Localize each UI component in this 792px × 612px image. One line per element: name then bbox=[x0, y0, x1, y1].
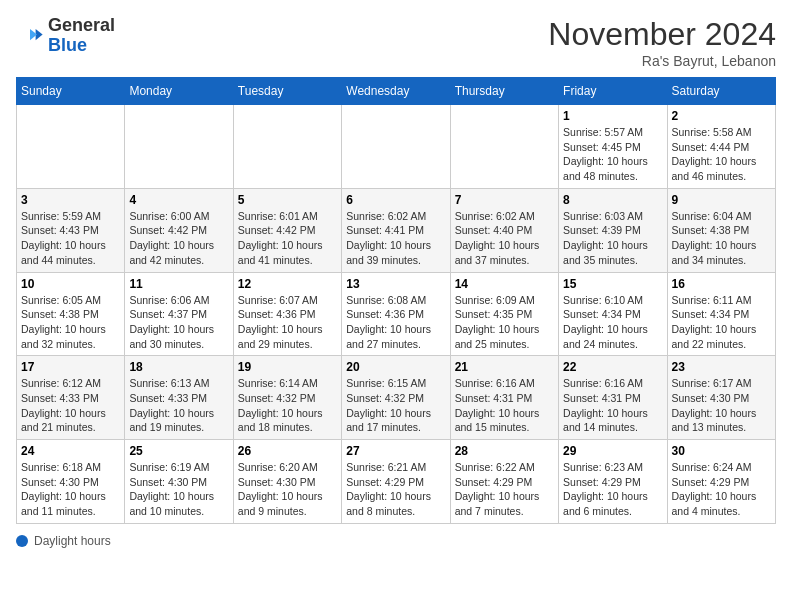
day-number: 10 bbox=[21, 277, 120, 291]
calendar-week-row: 10Sunrise: 6:05 AMSunset: 4:38 PMDayligh… bbox=[17, 272, 776, 356]
day-number: 26 bbox=[238, 444, 337, 458]
day-info: Sunrise: 6:13 AMSunset: 4:33 PMDaylight:… bbox=[129, 376, 228, 435]
day-info: Sunrise: 6:06 AMSunset: 4:37 PMDaylight:… bbox=[129, 293, 228, 352]
location: Ra's Bayrut, Lebanon bbox=[548, 53, 776, 69]
day-info: Sunrise: 6:02 AMSunset: 4:40 PMDaylight:… bbox=[455, 209, 554, 268]
day-info: Sunrise: 6:16 AMSunset: 4:31 PMDaylight:… bbox=[455, 376, 554, 435]
calendar-cell: 5Sunrise: 6:01 AMSunset: 4:42 PMDaylight… bbox=[233, 188, 341, 272]
calendar-cell: 1Sunrise: 5:57 AMSunset: 4:45 PMDaylight… bbox=[559, 105, 667, 189]
calendar-cell: 26Sunrise: 6:20 AMSunset: 4:30 PMDayligh… bbox=[233, 440, 341, 524]
calendar-cell: 29Sunrise: 6:23 AMSunset: 4:29 PMDayligh… bbox=[559, 440, 667, 524]
daylight-dot bbox=[16, 535, 28, 547]
day-number: 2 bbox=[672, 109, 771, 123]
day-number: 13 bbox=[346, 277, 445, 291]
logo: General Blue bbox=[16, 16, 115, 56]
calendar-cell: 16Sunrise: 6:11 AMSunset: 4:34 PMDayligh… bbox=[667, 272, 775, 356]
day-info: Sunrise: 5:59 AMSunset: 4:43 PMDaylight:… bbox=[21, 209, 120, 268]
day-number: 22 bbox=[563, 360, 662, 374]
day-info: Sunrise: 6:20 AMSunset: 4:30 PMDaylight:… bbox=[238, 460, 337, 519]
calendar-cell: 19Sunrise: 6:14 AMSunset: 4:32 PMDayligh… bbox=[233, 356, 341, 440]
calendar-header-row: SundayMondayTuesdayWednesdayThursdayFrid… bbox=[17, 78, 776, 105]
calendar-day-header: Saturday bbox=[667, 78, 775, 105]
day-number: 27 bbox=[346, 444, 445, 458]
calendar-cell: 9Sunrise: 6:04 AMSunset: 4:38 PMDaylight… bbox=[667, 188, 775, 272]
calendar-cell: 3Sunrise: 5:59 AMSunset: 4:43 PMDaylight… bbox=[17, 188, 125, 272]
calendar-cell: 13Sunrise: 6:08 AMSunset: 4:36 PMDayligh… bbox=[342, 272, 450, 356]
calendar-cell: 18Sunrise: 6:13 AMSunset: 4:33 PMDayligh… bbox=[125, 356, 233, 440]
calendar-cell bbox=[450, 105, 558, 189]
day-info: Sunrise: 6:09 AMSunset: 4:35 PMDaylight:… bbox=[455, 293, 554, 352]
day-info: Sunrise: 6:01 AMSunset: 4:42 PMDaylight:… bbox=[238, 209, 337, 268]
day-number: 15 bbox=[563, 277, 662, 291]
calendar-cell: 12Sunrise: 6:07 AMSunset: 4:36 PMDayligh… bbox=[233, 272, 341, 356]
day-number: 9 bbox=[672, 193, 771, 207]
calendar-week-row: 24Sunrise: 6:18 AMSunset: 4:30 PMDayligh… bbox=[17, 440, 776, 524]
page-header: General Blue November 2024 Ra's Bayrut, … bbox=[16, 16, 776, 69]
day-number: 25 bbox=[129, 444, 228, 458]
day-info: Sunrise: 5:58 AMSunset: 4:44 PMDaylight:… bbox=[672, 125, 771, 184]
day-number: 7 bbox=[455, 193, 554, 207]
day-info: Sunrise: 6:17 AMSunset: 4:30 PMDaylight:… bbox=[672, 376, 771, 435]
day-info: Sunrise: 6:08 AMSunset: 4:36 PMDaylight:… bbox=[346, 293, 445, 352]
day-number: 4 bbox=[129, 193, 228, 207]
calendar-cell: 22Sunrise: 6:16 AMSunset: 4:31 PMDayligh… bbox=[559, 356, 667, 440]
calendar-cell: 23Sunrise: 6:17 AMSunset: 4:30 PMDayligh… bbox=[667, 356, 775, 440]
day-info: Sunrise: 6:03 AMSunset: 4:39 PMDaylight:… bbox=[563, 209, 662, 268]
logo-blue-text: Blue bbox=[48, 35, 87, 55]
day-info: Sunrise: 6:02 AMSunset: 4:41 PMDaylight:… bbox=[346, 209, 445, 268]
day-info: Sunrise: 6:10 AMSunset: 4:34 PMDaylight:… bbox=[563, 293, 662, 352]
calendar-cell: 30Sunrise: 6:24 AMSunset: 4:29 PMDayligh… bbox=[667, 440, 775, 524]
day-number: 30 bbox=[672, 444, 771, 458]
calendar-day-header: Friday bbox=[559, 78, 667, 105]
day-number: 5 bbox=[238, 193, 337, 207]
calendar-cell: 11Sunrise: 6:06 AMSunset: 4:37 PMDayligh… bbox=[125, 272, 233, 356]
day-info: Sunrise: 6:23 AMSunset: 4:29 PMDaylight:… bbox=[563, 460, 662, 519]
logo-icon bbox=[16, 22, 44, 50]
calendar-cell bbox=[233, 105, 341, 189]
calendar-cell: 17Sunrise: 6:12 AMSunset: 4:33 PMDayligh… bbox=[17, 356, 125, 440]
calendar-day-header: Thursday bbox=[450, 78, 558, 105]
day-number: 11 bbox=[129, 277, 228, 291]
day-info: Sunrise: 6:16 AMSunset: 4:31 PMDaylight:… bbox=[563, 376, 662, 435]
day-info: Sunrise: 6:11 AMSunset: 4:34 PMDaylight:… bbox=[672, 293, 771, 352]
calendar-cell: 2Sunrise: 5:58 AMSunset: 4:44 PMDaylight… bbox=[667, 105, 775, 189]
day-number: 3 bbox=[21, 193, 120, 207]
day-number: 24 bbox=[21, 444, 120, 458]
calendar-day-header: Sunday bbox=[17, 78, 125, 105]
month-title: November 2024 bbox=[548, 16, 776, 53]
calendar-cell: 10Sunrise: 6:05 AMSunset: 4:38 PMDayligh… bbox=[17, 272, 125, 356]
calendar-cell bbox=[125, 105, 233, 189]
calendar-cell: 4Sunrise: 6:00 AMSunset: 4:42 PMDaylight… bbox=[125, 188, 233, 272]
day-number: 14 bbox=[455, 277, 554, 291]
calendar-week-row: 3Sunrise: 5:59 AMSunset: 4:43 PMDaylight… bbox=[17, 188, 776, 272]
calendar-cell bbox=[342, 105, 450, 189]
day-info: Sunrise: 6:15 AMSunset: 4:32 PMDaylight:… bbox=[346, 376, 445, 435]
calendar-cell: 6Sunrise: 6:02 AMSunset: 4:41 PMDaylight… bbox=[342, 188, 450, 272]
day-info: Sunrise: 6:00 AMSunset: 4:42 PMDaylight:… bbox=[129, 209, 228, 268]
calendar-cell: 15Sunrise: 6:10 AMSunset: 4:34 PMDayligh… bbox=[559, 272, 667, 356]
day-number: 17 bbox=[21, 360, 120, 374]
day-info: Sunrise: 6:07 AMSunset: 4:36 PMDaylight:… bbox=[238, 293, 337, 352]
calendar-cell: 7Sunrise: 6:02 AMSunset: 4:40 PMDaylight… bbox=[450, 188, 558, 272]
day-number: 20 bbox=[346, 360, 445, 374]
day-info: Sunrise: 6:04 AMSunset: 4:38 PMDaylight:… bbox=[672, 209, 771, 268]
calendar-cell: 20Sunrise: 6:15 AMSunset: 4:32 PMDayligh… bbox=[342, 356, 450, 440]
day-number: 21 bbox=[455, 360, 554, 374]
calendar-cell: 25Sunrise: 6:19 AMSunset: 4:30 PMDayligh… bbox=[125, 440, 233, 524]
calendar-cell: 28Sunrise: 6:22 AMSunset: 4:29 PMDayligh… bbox=[450, 440, 558, 524]
day-number: 19 bbox=[238, 360, 337, 374]
day-number: 16 bbox=[672, 277, 771, 291]
calendar-week-row: 1Sunrise: 5:57 AMSunset: 4:45 PMDaylight… bbox=[17, 105, 776, 189]
day-number: 29 bbox=[563, 444, 662, 458]
calendar-footer: Daylight hours bbox=[16, 534, 776, 548]
day-info: Sunrise: 6:22 AMSunset: 4:29 PMDaylight:… bbox=[455, 460, 554, 519]
title-block: November 2024 Ra's Bayrut, Lebanon bbox=[548, 16, 776, 69]
day-number: 1 bbox=[563, 109, 662, 123]
day-info: Sunrise: 6:05 AMSunset: 4:38 PMDaylight:… bbox=[21, 293, 120, 352]
logo-general-text: General bbox=[48, 15, 115, 35]
calendar-day-header: Monday bbox=[125, 78, 233, 105]
calendar-day-header: Wednesday bbox=[342, 78, 450, 105]
day-info: Sunrise: 6:18 AMSunset: 4:30 PMDaylight:… bbox=[21, 460, 120, 519]
calendar-cell: 27Sunrise: 6:21 AMSunset: 4:29 PMDayligh… bbox=[342, 440, 450, 524]
day-number: 8 bbox=[563, 193, 662, 207]
